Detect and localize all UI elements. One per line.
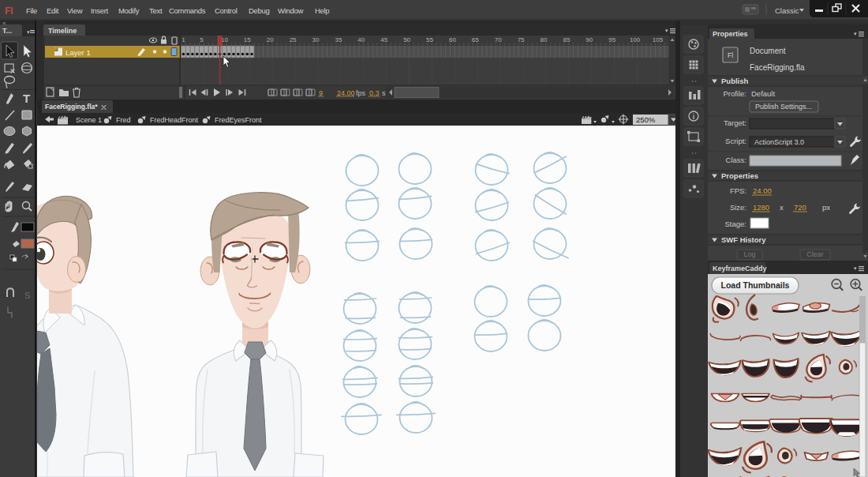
svg-text:1: 1 bbox=[181, 36, 185, 43]
svg-text:20: 20 bbox=[267, 36, 274, 43]
svg-text:Control: Control bbox=[215, 6, 238, 15]
svg-text:Size:: Size: bbox=[730, 203, 746, 212]
svg-text:Clear: Clear bbox=[806, 250, 824, 258]
svg-text:90: 90 bbox=[586, 36, 593, 43]
svg-text:Window: Window bbox=[278, 6, 303, 15]
svg-text:65: 65 bbox=[472, 36, 479, 43]
svg-text:fps: fps bbox=[356, 89, 366, 97]
svg-text:Target:: Target: bbox=[724, 118, 746, 127]
svg-text:ActionScript 3.0: ActionScript 3.0 bbox=[754, 138, 804, 146]
svg-text:Publish Settings...: Publish Settings... bbox=[755, 103, 812, 111]
svg-text:i: i bbox=[693, 113, 694, 121]
svg-text:FredHeadFront: FredHeadFront bbox=[150, 116, 199, 124]
svg-text:85: 85 bbox=[563, 36, 570, 43]
svg-text:45: 45 bbox=[380, 36, 387, 43]
svg-text:▾: ▾ bbox=[854, 265, 857, 271]
svg-text:80: 80 bbox=[541, 36, 548, 43]
svg-text:Commands: Commands bbox=[169, 6, 206, 15]
svg-text:5: 5 bbox=[200, 36, 204, 43]
svg-text:T...: T... bbox=[2, 27, 12, 35]
svg-text:Class:: Class: bbox=[726, 156, 746, 164]
svg-text:Properties: Properties bbox=[713, 30, 748, 38]
svg-text:35: 35 bbox=[335, 36, 342, 43]
svg-text:1280: 1280 bbox=[753, 203, 769, 212]
svg-text:105: 105 bbox=[653, 36, 664, 43]
svg-text:40: 40 bbox=[357, 36, 365, 43]
svg-text:70: 70 bbox=[495, 36, 502, 43]
svg-text:Debug: Debug bbox=[249, 6, 270, 15]
svg-text:720: 720 bbox=[794, 203, 806, 212]
svg-text:Fred: Fred bbox=[116, 116, 131, 124]
svg-text:9: 9 bbox=[319, 89, 323, 97]
svg-text:Publish: Publish bbox=[721, 77, 749, 85]
svg-text:100: 100 bbox=[630, 36, 641, 43]
svg-text:▾: ▾ bbox=[854, 31, 857, 36]
svg-text:Script:: Script: bbox=[725, 137, 746, 145]
svg-text:Fl: Fl bbox=[728, 51, 733, 59]
svg-text:Stage:: Stage: bbox=[725, 220, 746, 228]
svg-text:15: 15 bbox=[244, 36, 251, 43]
svg-text:30: 30 bbox=[312, 36, 320, 43]
svg-text:Timeline: Timeline bbox=[48, 27, 77, 35]
svg-text:SWF History: SWF History bbox=[721, 235, 766, 244]
svg-text:Fl: Fl bbox=[5, 6, 13, 17]
svg-text:KeyframeCaddy: KeyframeCaddy bbox=[713, 265, 767, 272]
svg-text:s: s bbox=[382, 89, 386, 97]
svg-text:Insert: Insert bbox=[91, 6, 109, 15]
svg-text:24.00: 24.00 bbox=[337, 89, 355, 97]
svg-text:Help: Help bbox=[315, 6, 329, 15]
svg-text:FPS:: FPS: bbox=[730, 186, 746, 195]
svg-text:x: x bbox=[780, 203, 784, 212]
svg-text:Text: Text bbox=[149, 6, 163, 15]
svg-text:Profile:: Profile: bbox=[723, 89, 746, 98]
svg-text:60: 60 bbox=[449, 36, 456, 43]
svg-text:Classic: Classic bbox=[775, 6, 799, 15]
svg-text:▾: ▾ bbox=[665, 28, 668, 33]
svg-text:Load Thumbnails: Load Thumbnails bbox=[721, 280, 790, 290]
svg-text:FaceRigging.fla*: FaceRigging.fla* bbox=[45, 103, 98, 111]
svg-text:0.3: 0.3 bbox=[369, 89, 380, 97]
svg-text:55: 55 bbox=[426, 36, 433, 43]
svg-text:S: S bbox=[24, 291, 30, 300]
svg-text:50: 50 bbox=[403, 36, 410, 43]
svg-text:File: File bbox=[26, 6, 37, 15]
svg-text:FaceRigging.fla: FaceRigging.fla bbox=[750, 63, 805, 72]
svg-text:View: View bbox=[67, 6, 83, 15]
svg-text:Default: Default bbox=[751, 89, 775, 98]
svg-text:Layer 1: Layer 1 bbox=[65, 48, 91, 57]
svg-text:250%: 250% bbox=[636, 115, 656, 124]
svg-text:▾: ▾ bbox=[27, 29, 30, 35]
svg-text:Edit: Edit bbox=[47, 6, 59, 15]
svg-text:FredEyesFront: FredEyesFront bbox=[215, 116, 262, 124]
svg-text:px: px bbox=[822, 203, 830, 212]
svg-text:95: 95 bbox=[608, 36, 615, 43]
svg-text:25: 25 bbox=[290, 36, 297, 43]
svg-text:Log: Log bbox=[743, 250, 755, 258]
svg-text:Modify: Modify bbox=[118, 6, 140, 15]
svg-text:Scene 1: Scene 1 bbox=[76, 116, 102, 124]
svg-text:75: 75 bbox=[518, 36, 525, 43]
svg-text:24.00: 24.00 bbox=[753, 186, 772, 195]
svg-text:T: T bbox=[23, 92, 30, 105]
svg-text:Properties: Properties bbox=[721, 171, 758, 180]
svg-text:Document: Document bbox=[750, 47, 786, 55]
